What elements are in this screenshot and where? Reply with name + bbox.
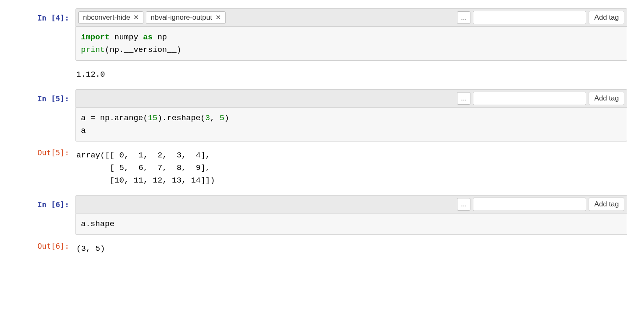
add-tag-button[interactable]: Add tag bbox=[589, 11, 624, 24]
input-prompt: In [5]: bbox=[17, 89, 75, 105]
tag-input[interactable] bbox=[473, 92, 586, 105]
add-tag-button[interactable]: Add tag bbox=[589, 92, 624, 105]
input-prompt: In [4]: bbox=[17, 8, 75, 24]
more-button[interactable]: ... bbox=[457, 11, 470, 24]
more-button[interactable]: ... bbox=[457, 92, 470, 105]
more-button[interactable]: ... bbox=[457, 198, 470, 211]
code-token: a = np.arange( bbox=[81, 113, 148, 123]
cell-main: ... Add tag a = np.arange(15).reshape(3,… bbox=[75, 89, 627, 141]
code-editor[interactable]: import numpy as np print(np.__version__) bbox=[75, 27, 627, 61]
tag-chip[interactable]: nbconvert-hide ✕ bbox=[78, 11, 143, 24]
cell-input-row: In [6]: ... Add tag a.shape bbox=[17, 195, 627, 235]
cell: In [6]: ... Add tag a.shape Out[6]: (3, … bbox=[17, 195, 627, 255]
code-token: 3 bbox=[205, 113, 210, 123]
code-token: numpy bbox=[109, 33, 143, 42]
tag-toolbar: ... Add tag bbox=[75, 89, 627, 108]
input-prompt: In [6]: bbox=[17, 195, 75, 211]
code-token: import bbox=[81, 33, 109, 42]
cell-main: nbconvert-hide ✕ nbval-ignore-output ✕ .… bbox=[75, 8, 627, 61]
cell-main: ... Add tag a.shape bbox=[75, 195, 627, 235]
tag-label: nbval-ignore-output bbox=[151, 13, 212, 22]
cell: In [4]: nbconvert-hide ✕ nbval-ignore-ou… bbox=[17, 8, 627, 81]
output-row: Out[5]: array([[ 0, 1, 2, 3, 4], [ 5, 6,… bbox=[17, 146, 627, 187]
output-prompt-empty bbox=[17, 65, 75, 66]
output-row: 1.12.0 bbox=[17, 65, 627, 81]
code-token: (np.__version__) bbox=[105, 45, 181, 54]
code-editor[interactable]: a = np.arange(15).reshape(3, 5) a bbox=[75, 108, 627, 141]
output-text: (3, 5) bbox=[75, 239, 105, 255]
cell-input-row: In [4]: nbconvert-hide ✕ nbval-ignore-ou… bbox=[17, 8, 627, 61]
tag-label: nbconvert-hide bbox=[83, 13, 130, 22]
close-icon[interactable]: ✕ bbox=[133, 14, 139, 21]
output-text: array([[ 0, 1, 2, 3, 4], [ 5, 6, 7, 8, 9… bbox=[75, 146, 215, 187]
tag-toolbar: ... Add tag bbox=[75, 195, 627, 214]
code-token: ).reshape( bbox=[157, 113, 205, 123]
output-prompt: Out[5]: bbox=[17, 146, 75, 159]
code-token: a.shape bbox=[81, 219, 114, 229]
cell-input-row: In [5]: ... Add tag a = np.arange(15).re… bbox=[17, 89, 627, 141]
code-token: 15 bbox=[148, 113, 158, 123]
code-token: print bbox=[81, 45, 105, 54]
code-token: np bbox=[153, 33, 167, 42]
cell: In [5]: ... Add tag a = np.arange(15).re… bbox=[17, 89, 627, 187]
close-icon[interactable]: ✕ bbox=[216, 14, 221, 21]
code-editor[interactable]: a.shape bbox=[75, 214, 627, 235]
output-text: 1.12.0 bbox=[75, 65, 105, 81]
tag-chip[interactable]: nbval-ignore-output ✕ bbox=[146, 11, 225, 24]
output-row: Out[6]: (3, 5) bbox=[17, 239, 627, 255]
add-tag-button[interactable]: Add tag bbox=[589, 198, 624, 211]
output-prompt: Out[6]: bbox=[17, 239, 75, 252]
code-token: , bbox=[210, 113, 220, 123]
code-token: as bbox=[143, 33, 153, 42]
tag-input[interactable] bbox=[473, 11, 586, 24]
code-token: 5 bbox=[220, 113, 224, 123]
tag-input[interactable] bbox=[473, 198, 586, 211]
tag-toolbar: nbconvert-hide ✕ nbval-ignore-output ✕ .… bbox=[75, 8, 627, 27]
